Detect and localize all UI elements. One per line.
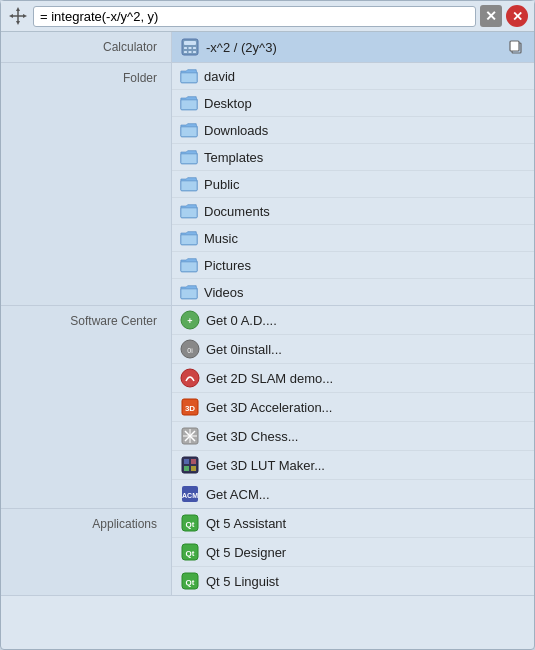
item-name: Pictures <box>204 258 251 273</box>
calculator-result-text: -x^2 / (2y^3) <box>206 40 500 55</box>
applications-items: Qt Qt 5 Assistant Qt Qt 5 Designer <box>171 509 534 595</box>
item-name: Get 3D LUT Maker... <box>206 458 325 473</box>
folder-icon <box>180 256 198 274</box>
svg-rect-30 <box>191 459 196 464</box>
item-name: Get 0install... <box>206 342 282 357</box>
svg-marker-5 <box>23 14 27 18</box>
svg-rect-7 <box>184 41 196 45</box>
folder-icon <box>180 94 198 112</box>
app-icon: 0i <box>180 339 200 359</box>
software-center-label: Software Center <box>1 306 171 508</box>
svg-text:Qt: Qt <box>186 549 195 558</box>
folder-label: Folder <box>1 63 171 305</box>
list-item[interactable]: Music <box>172 225 534 252</box>
search-input[interactable]: = integrate(-x/y^2, y) <box>40 9 469 24</box>
svg-rect-8 <box>184 47 187 49</box>
svg-rect-11 <box>184 51 187 53</box>
close-button[interactable]: ✕ <box>506 5 528 27</box>
app-icon <box>180 455 200 475</box>
software-center-section: Software Center + Get 0 A.D.... <box>1 306 534 509</box>
folder-icon <box>180 175 198 193</box>
list-item[interactable]: Templates <box>172 144 534 171</box>
item-name: Qt 5 Linguist <box>206 574 279 589</box>
folder-icon <box>180 283 198 301</box>
svg-text:0i: 0i <box>187 347 193 354</box>
list-item[interactable]: 3D Get 3D Acceleration... <box>172 393 534 422</box>
app-icon: ACM <box>180 484 200 504</box>
item-name: Music <box>204 231 238 246</box>
folder-icon <box>180 202 198 220</box>
applications-label: Applications <box>1 509 171 595</box>
app-icon <box>180 426 200 446</box>
calculator-result-row[interactable]: -x^2 / (2y^3) <box>172 32 534 62</box>
list-item[interactable]: Desktop <box>172 90 534 117</box>
list-item[interactable]: + Get 0 A.D.... <box>172 306 534 335</box>
clear-button[interactable]: ✕ <box>480 5 502 27</box>
search-bar: = integrate(-x/y^2, y) ✕ ✕ <box>1 1 534 32</box>
app-icon: Qt <box>180 513 200 533</box>
folder-items: david Desktop <box>171 63 534 305</box>
svg-text:+: + <box>187 316 192 326</box>
main-window: = integrate(-x/y^2, y) ✕ ✕ Calculator <box>0 0 535 650</box>
item-name: Videos <box>204 285 244 300</box>
list-item[interactable]: 0i Get 0install... <box>172 335 534 364</box>
item-name: Downloads <box>204 123 268 138</box>
list-item[interactable]: Videos <box>172 279 534 305</box>
list-item[interactable]: Get 2D SLAM demo... <box>172 364 534 393</box>
calculator-icon <box>180 37 200 57</box>
item-name: Documents <box>204 204 270 219</box>
app-icon <box>180 368 200 388</box>
calculator-label: Calculator <box>1 32 171 62</box>
svg-marker-3 <box>16 21 20 25</box>
results-list: Calculator <box>1 32 534 649</box>
svg-text:ACM: ACM <box>182 492 198 499</box>
list-item[interactable]: Public <box>172 171 534 198</box>
svg-rect-10 <box>193 47 196 49</box>
calculator-section: Calculator <box>1 32 534 63</box>
list-item[interactable]: Qt Qt 5 Designer <box>172 538 534 567</box>
folder-icon <box>180 229 198 247</box>
folder-section: Folder david <box>1 63 534 306</box>
svg-point-20 <box>181 369 199 387</box>
item-name: Desktop <box>204 96 252 111</box>
svg-rect-32 <box>191 466 196 471</box>
app-icon: + <box>180 310 200 330</box>
list-item[interactable]: Documents <box>172 198 534 225</box>
item-name: Get 3D Chess... <box>206 429 298 444</box>
folder-icon <box>180 121 198 139</box>
item-name: Get 0 A.D.... <box>206 313 277 328</box>
app-icon: 3D <box>180 397 200 417</box>
list-item[interactable]: ACM Get ACM... <box>172 480 534 508</box>
search-icon[interactable] <box>7 5 29 27</box>
svg-text:Qt: Qt <box>186 578 195 587</box>
list-item[interactable]: david <box>172 63 534 90</box>
item-name: Qt 5 Assistant <box>206 516 286 531</box>
svg-marker-4 <box>9 14 13 18</box>
app-icon: Qt <box>180 571 200 591</box>
item-name: Templates <box>204 150 263 165</box>
folder-icon <box>180 67 198 85</box>
item-name: david <box>204 69 235 84</box>
svg-rect-31 <box>184 466 189 471</box>
item-name: Qt 5 Designer <box>206 545 286 560</box>
app-icon: Qt <box>180 542 200 562</box>
item-name: Public <box>204 177 239 192</box>
list-item[interactable]: Qt Qt 5 Linguist <box>172 567 534 595</box>
svg-text:3D: 3D <box>185 404 195 413</box>
applications-section: Applications Qt Qt 5 Assistant <box>1 509 534 596</box>
copy-icon[interactable] <box>506 37 526 57</box>
calculator-items: -x^2 / (2y^3) <box>171 32 534 62</box>
svg-rect-13 <box>193 51 196 53</box>
list-item[interactable]: Pictures <box>172 252 534 279</box>
svg-marker-2 <box>16 7 20 11</box>
svg-rect-15 <box>510 41 519 51</box>
list-item[interactable]: Get 3D Chess... <box>172 422 534 451</box>
software-center-items: + Get 0 A.D.... 0i Get 0install... <box>171 306 534 508</box>
folder-icon <box>180 148 198 166</box>
svg-rect-9 <box>189 47 192 49</box>
list-item[interactable]: Downloads <box>172 117 534 144</box>
list-item[interactable]: Get 3D LUT Maker... <box>172 451 534 480</box>
svg-rect-29 <box>184 459 189 464</box>
list-item[interactable]: Qt Qt 5 Assistant <box>172 509 534 538</box>
search-input-wrapper: = integrate(-x/y^2, y) <box>33 6 476 27</box>
